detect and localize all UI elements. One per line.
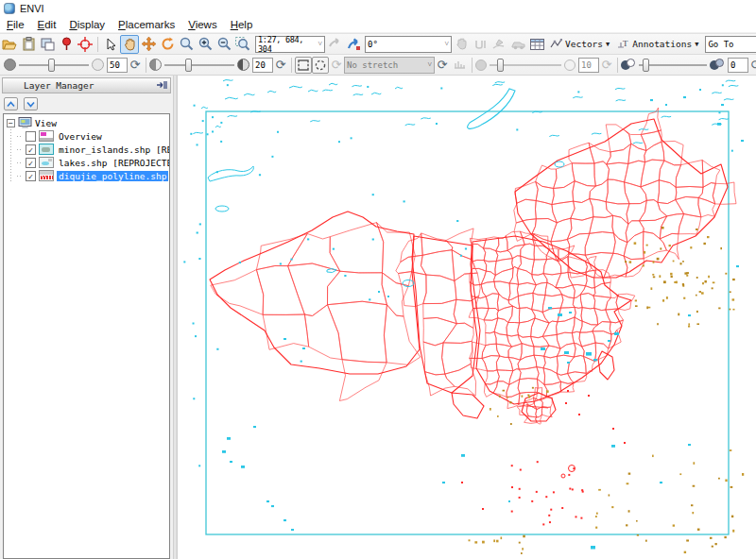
menu-file[interactable]: File — [0, 18, 31, 31]
chevron-down-icon — [26, 101, 35, 108]
title-bar: ENVI — [0, 0, 756, 17]
menu-bar: File Edit Display Placemarks Views Help — [0, 17, 756, 33]
vertex-edit-button[interactable] — [471, 35, 490, 54]
rotate-tool-button[interactable] — [158, 35, 177, 54]
tree-row-diqujie[interactable]: ✓ diqujie_polyline.shp — [4, 169, 169, 182]
goto-combobox[interactable]: Go To ˅ — [705, 36, 756, 53]
gray-vertices-icon — [474, 39, 487, 50]
move-arrows-icon — [142, 37, 156, 51]
move-layer-up-button[interactable] — [4, 97, 18, 110]
menu-display[interactable]: Display — [62, 18, 112, 31]
zoom-out-button[interactable] — [215, 35, 233, 54]
menu-help[interactable]: Help — [224, 18, 260, 31]
transparency-input[interactable] — [728, 58, 748, 73]
stretch-apply-button[interactable]: ⟳ — [329, 58, 344, 72]
sharpen-slider[interactable] — [490, 59, 561, 72]
move-layer-down-button[interactable] — [24, 97, 38, 110]
rotate-icon — [161, 37, 175, 51]
toolbar-separator — [146, 58, 146, 73]
transparency-slider[interactable] — [639, 59, 707, 72]
attribute-table-button[interactable] — [527, 35, 546, 54]
toolbar-separator — [291, 58, 292, 73]
overview-label[interactable]: Overview — [57, 131, 104, 142]
stretch-combobox[interactable]: No stretch ˅ — [344, 57, 435, 74]
tree-row-lakes[interactable]: ✓ lakes.shp [REPROJECTED] — [4, 156, 169, 169]
collapse-icon[interactable]: − — [7, 119, 15, 127]
brightness-reset-button[interactable]: ⟳ — [128, 58, 143, 72]
contrast-slider[interactable] — [164, 59, 234, 72]
stretch-reset-button[interactable]: ⟳ — [435, 58, 450, 72]
magnifier-region-icon — [235, 37, 250, 51]
rotation-combobox[interactable]: 0° ˅ — [365, 36, 452, 53]
select-tool-button[interactable] — [101, 35, 120, 54]
sharpen-low-icon — [475, 59, 487, 71]
lakes-label[interactable]: lakes.shp [REPROJECTED] — [57, 158, 170, 168]
minor-islands-label[interactable]: minor_islands.shp [REPROJECTED] — [57, 144, 170, 155]
pan-tool-button[interactable] — [120, 35, 139, 54]
contrast-reset-button[interactable]: ⟳ — [273, 58, 288, 72]
diqujie-layer-icon — [39, 170, 54, 181]
stretch-view-button[interactable] — [312, 57, 329, 74]
fly-tool-button[interactable] — [139, 35, 158, 54]
sharpen-reset-button[interactable]: ⟳ — [599, 58, 614, 72]
select-vector-tool-button[interactable] — [452, 35, 471, 54]
opacity-high-icon — [710, 59, 725, 72]
toolbar-separator — [97, 37, 98, 52]
magnifier-icon — [180, 37, 194, 51]
scale-combobox[interactable]: 1:27, 684, 304 ˅ — [255, 36, 325, 53]
annotations-dropdown-button[interactable]: T Annotations ▼ — [613, 35, 702, 54]
cursor-arrow-icon — [106, 38, 116, 51]
draw-tool-button[interactable] — [490, 35, 508, 54]
tree-row-view[interactable]: − View — [4, 116, 169, 129]
stretch-extent-button[interactable] — [295, 57, 312, 74]
diqujie-checkbox[interactable]: ✓ — [26, 171, 36, 181]
reproject-button[interactable] — [344, 35, 363, 54]
previous-extent-button[interactable] — [325, 35, 344, 54]
tree-children: Overview ✓ minor_islands.shp [REPROJECTE… — [4, 129, 169, 182]
stretch-options-button[interactable] — [450, 56, 469, 75]
placemark-button[interactable] — [57, 35, 76, 54]
menu-views[interactable]: Views — [181, 18, 223, 31]
gray-histogram-icon — [454, 59, 466, 70]
lakes-layer-icon — [39, 157, 54, 168]
brightness-slider[interactable] — [19, 59, 89, 72]
layer-manager-title: Layer Manager — [24, 80, 94, 91]
rotation-value: 0° — [368, 40, 378, 49]
zoom-in-button[interactable] — [196, 35, 215, 54]
fixed-zoom-button[interactable] — [233, 35, 252, 54]
float-panel-icon[interactable] — [156, 80, 167, 92]
diqujie-label[interactable]: diqujie_polyline.shp — [57, 171, 168, 181]
display-toolbar: ⟳ ⟳ ⟳ No stretch ˅ ⟳ ⟳ ⟳ — [0, 54, 756, 76]
blue-arrow-icon — [347, 38, 361, 51]
open-file-button[interactable] — [0, 35, 19, 54]
map-canvas[interactable] — [178, 76, 756, 557]
sharpen-input[interactable] — [578, 58, 599, 73]
drive-tool-button[interactable] — [508, 35, 527, 54]
overview-checkbox[interactable] — [26, 131, 36, 142]
menu-edit[interactable]: Edit — [31, 18, 63, 31]
rect-extent-icon — [298, 59, 309, 71]
menu-placemarks[interactable]: Placemarks — [112, 18, 181, 31]
brightness-input[interactable] — [107, 58, 128, 73]
view-label: View — [35, 118, 57, 128]
envi-window: { "window": { "title": "ENVI" }, "menu":… — [0, 0, 756, 559]
zoom-window-button[interactable] — [177, 35, 196, 54]
vectors-dropdown-button[interactable]: Vectors ▼ — [546, 35, 613, 54]
envi-app-icon — [4, 3, 15, 14]
paste-button[interactable] — [19, 35, 38, 54]
transparency-reset-button[interactable]: ⟳ — [748, 58, 756, 72]
layer-manager-header[interactable]: Layer Manager — [2, 77, 171, 93]
chevron-down-icon: ▼ — [606, 41, 610, 48]
pin-icon — [61, 37, 72, 51]
minor-islands-checkbox[interactable]: ✓ — [26, 144, 36, 155]
stretch-value: No stretch — [347, 60, 398, 70]
crosshair-button[interactable] — [76, 35, 94, 54]
contrast-high-icon — [237, 59, 249, 71]
chip-view-button[interactable] — [38, 35, 57, 54]
tree-row-overview[interactable]: Overview — [4, 129, 169, 143]
lakes-checkbox[interactable]: ✓ — [26, 158, 36, 168]
tree-row-minor-islands[interactable]: ✓ minor_islands.shp [REPROJECTED] — [4, 143, 169, 156]
goto-value: Go To — [708, 40, 733, 49]
map-view[interactable] — [178, 76, 756, 559]
contrast-input[interactable] — [252, 58, 273, 73]
